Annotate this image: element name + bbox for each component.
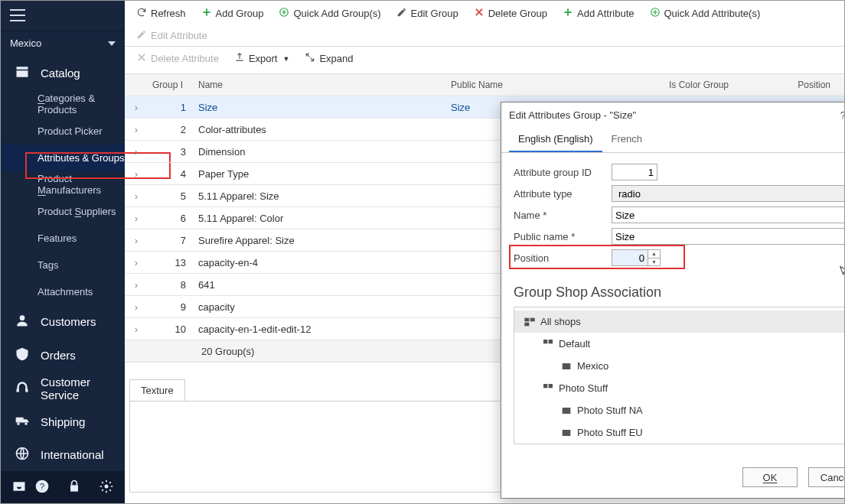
x-icon (474, 7, 484, 20)
delete-group-button[interactable]: Delete Group (467, 3, 554, 24)
plus-icon (563, 7, 573, 20)
gear-icon[interactable] (99, 479, 114, 496)
quick-add-attribute-s--button[interactable]: Quick Add Attribute(s) (643, 3, 768, 24)
col-is-color-group[interactable]: Is Color Group (638, 80, 760, 90)
refresh-button[interactable]: Refresh (129, 3, 193, 24)
refresh-icon (136, 7, 147, 20)
cell-group-id: 13 (148, 257, 194, 268)
expand-row-icon[interactable]: › (125, 279, 148, 291)
sidebar-item-product-manufacturers[interactable]: Product Manufacturers (1, 171, 125, 198)
help-icon[interactable]: ? (840, 109, 845, 121)
expand-button[interactable]: Expand (298, 48, 360, 69)
expand-row-icon[interactable]: › (125, 257, 148, 268)
catalog-icon (15, 64, 30, 82)
expand-row-icon[interactable]: › (125, 146, 148, 158)
hamburger-icon[interactable] (10, 9, 25, 21)
add-attribute-button[interactable]: Add Attribute (556, 3, 641, 24)
sidebar-item-features[interactable]: Features (1, 225, 125, 252)
add-group-button[interactable]: Add Group (194, 3, 271, 24)
cancel-button[interactable]: Cancel (808, 467, 845, 487)
nav-international[interactable]: International (1, 438, 125, 472)
sidebar-item-categories-products[interactable]: Categories & Products (1, 91, 125, 118)
quick-add-group-s--button[interactable]: Quick Add Group(s) (272, 3, 387, 24)
tree-item[interactable]: Default (514, 333, 845, 355)
lock-icon[interactable] (67, 479, 82, 496)
input-position[interactable] (612, 249, 648, 266)
spin-down-icon[interactable]: ▼ (648, 259, 660, 266)
input-name[interactable] (612, 206, 845, 223)
delete-attribute-button: Delete Attribute (129, 48, 226, 69)
label-group-id: Attribute group ID (514, 167, 612, 178)
sidebar-item-attachments[interactable]: Attachments (1, 278, 125, 305)
expand-icon (305, 52, 315, 65)
nav-customers[interactable]: Customers (1, 305, 125, 339)
svg-rect-21 (563, 430, 571, 436)
tree-item-label: Mexico (577, 360, 845, 372)
tree-item[interactable]: Photo Stuff (514, 377, 845, 399)
sidebar-item-product-picker[interactable]: Product Picker (1, 118, 125, 145)
label-name: Name * (514, 210, 612, 221)
input-public-name[interactable] (612, 228, 845, 245)
shop-icon (560, 427, 573, 439)
tree-item-label: Photo Stuff NA (577, 405, 845, 416)
nav-label: Orders (41, 349, 76, 362)
export-button[interactable]: Export▼ (227, 48, 297, 69)
content-area: RefreshAdd GroupQuick Add Group(s)Edit G… (125, 1, 844, 503)
sidebar-item-label: Product Manufacturers (38, 173, 125, 196)
svg-rect-8 (70, 485, 78, 491)
tree-item[interactable]: All shops (514, 311, 845, 333)
col-group-id[interactable]: Group I (148, 80, 194, 90)
pencil-icon (396, 7, 407, 20)
col-position[interactable]: Position (760, 80, 844, 90)
expand-row-icon[interactable]: › (125, 301, 148, 313)
svg-point-3 (17, 422, 19, 424)
col-name[interactable]: Name (194, 80, 446, 90)
nav-catalog-label: Catalog (41, 67, 80, 80)
tree-item[interactable]: Photo Stuff USA (514, 444, 845, 444)
svg-rect-20 (563, 408, 571, 414)
tree-item[interactable]: Photo Stuff EU (514, 421, 845, 444)
sidebar-item-attributes-groups[interactable]: Attributes & Groups (1, 145, 125, 171)
sidebar-item-product-suppliers[interactable]: Product Suppliers (1, 198, 125, 225)
shipping-icon (15, 413, 30, 431)
tree-item[interactable]: Mexico (514, 355, 845, 377)
expand-row-icon[interactable]: › (125, 324, 148, 335)
help-icon[interactable]: ? (34, 479, 50, 496)
nav-catalog[interactable]: Catalog (1, 56, 125, 91)
cell-group-id: 10 (148, 324, 194, 335)
cell-name: capacity-en-4 (194, 257, 446, 268)
nav-shipping[interactable]: Shipping (1, 405, 125, 438)
input-group-id (612, 164, 657, 180)
select-attribute-type[interactable]: radio (612, 185, 845, 202)
spin-up-icon[interactable]: ▲ (648, 250, 660, 259)
expand-row-icon[interactable]: › (125, 190, 148, 202)
position-stepper[interactable]: ▲▼ (648, 249, 661, 266)
svg-rect-15 (543, 340, 547, 343)
nav-orders[interactable]: Orders (1, 338, 125, 372)
sidebar-item-label: Attachments (38, 286, 93, 298)
tree-item[interactable]: Photo Stuff NA (514, 399, 845, 421)
col-public-name[interactable]: Public Name (446, 80, 638, 90)
expand-row-icon[interactable]: › (125, 168, 148, 180)
sidebar: Mexico Catalog Categories & Products Pro… (1, 1, 125, 503)
expand-row-icon[interactable]: › (125, 124, 148, 135)
language-tabs: English (English) French (501, 127, 845, 153)
globe-icon (15, 446, 30, 463)
sidebar-item-tags[interactable]: Tags (1, 252, 125, 278)
tab-texture[interactable]: Texture (129, 379, 185, 401)
tab-french[interactable]: French (602, 127, 651, 152)
ok-button[interactable]: OK (742, 467, 798, 487)
expand-row-icon[interactable]: › (125, 102, 148, 113)
cell-name: 5.11 Apparel: Color (194, 213, 446, 224)
expand-row-icon[interactable]: › (125, 235, 148, 246)
nav-customer-service[interactable]: Customer Service (1, 372, 125, 405)
tab-english[interactable]: English (English) (509, 127, 602, 152)
expand-row-icon[interactable]: › (125, 213, 148, 224)
tree-item-label: Default (559, 338, 845, 350)
inbox-icon[interactable] (11, 479, 27, 496)
edit-group-button[interactable]: Edit Group (390, 3, 465, 24)
plus-circle-icon (279, 7, 289, 20)
svg-rect-19 (549, 384, 553, 388)
shop-selector[interactable]: Mexico (1, 31, 125, 56)
toolbar: RefreshAdd GroupQuick Add Group(s)Edit G… (125, 1, 844, 47)
